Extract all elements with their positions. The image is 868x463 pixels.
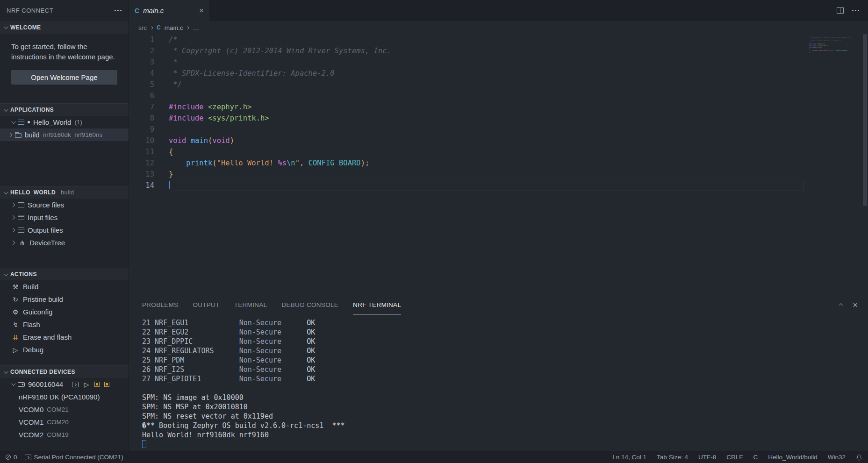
more-actions-icon[interactable] <box>115 10 122 11</box>
scrollbar-thumb[interactable] <box>863 34 867 206</box>
tree-item-source-files[interactable]: Source files <box>0 199 129 211</box>
breadcrumb-src[interactable]: src <box>138 24 147 31</box>
maximize-panel-icon[interactable] <box>839 303 843 308</box>
status-build-config[interactable]: Hello_World/build <box>768 454 818 461</box>
connected-devices-header-label: CONNECTED DEVICES <box>10 369 75 375</box>
breadcrumb-file[interactable]: main.c <box>165 24 183 31</box>
panel-actions: × <box>840 300 858 309</box>
active-dot-icon <box>28 121 30 123</box>
build-config-row[interactable]: build nrf9160dk_nrf9160ns <box>0 128 129 141</box>
device-child-vcom0[interactable]: VCOM0 COM21 <box>0 403 129 416</box>
chevron-right-icon <box>11 241 15 245</box>
action-guiconfig[interactable]: ⚙ Guiconfig <box>0 306 129 318</box>
tab-nrf-terminal[interactable]: NRF TERMINAL <box>353 295 401 314</box>
bell-icon[interactable] <box>856 454 862 461</box>
code-lines: /* * Copyright (c) 2012-2014 Wind River … <box>169 34 803 191</box>
status-platform[interactable]: Win32 <box>828 454 846 461</box>
editor-scrollbar[interactable] <box>862 34 868 295</box>
chevron-right-icon <box>11 203 15 207</box>
welcome-header-label: WELCOME <box>10 24 41 31</box>
application-hello-world[interactable]: Hello_World (1) <box>0 116 129 128</box>
section-actions[interactable]: ACTIONS <box>0 268 129 280</box>
tab-output[interactable]: OUTPUT <box>193 295 219 314</box>
action-debug[interactable]: ▷ Debug <box>0 343 129 356</box>
section-connected-devices[interactable]: CONNECTED DEVICES <box>0 365 129 378</box>
terminal-line: �** Booting Zephyr OS build v2.6.0-rc1-n… <box>142 421 868 430</box>
device-child-vcom1[interactable]: VCOM1 COM20 <box>0 416 129 428</box>
input-files-icon <box>18 215 24 220</box>
more-actions-icon[interactable] <box>852 10 860 11</box>
status-serial-port[interactable]: Serial Port Connected (COM21) <box>25 454 123 461</box>
status-bar: 0 Serial Port Connected (COM21) Ln 14, C… <box>0 451 868 463</box>
code-line <box>169 180 803 191</box>
terminal-line: SPM: NS MSP at 0x20010810 <box>142 402 868 412</box>
main-area: NRF CONNECT WELCOME To get started, foll… <box>0 0 868 451</box>
build-label: build <box>25 131 40 139</box>
code-editor[interactable]: 1234567891011121314 /* * Copyright (c) 2… <box>129 34 868 295</box>
chevron-right-icon <box>186 26 189 29</box>
device-child-board[interactable]: nRF9160 DK (PCA10090) <box>0 391 129 403</box>
nrf-connect-sidebar: NRF CONNECT WELCOME To get started, foll… <box>0 0 129 451</box>
gutter: 1234567891011121314 <box>129 34 165 191</box>
section-welcome[interactable]: WELCOME <box>0 21 129 34</box>
code-line: * <box>169 57 803 68</box>
project-badge: build <box>61 189 74 196</box>
terminal-table-row: 23NRF_DPPICNon-SecureOK <box>142 337 868 346</box>
terminal-output[interactable]: 21NRF_EGU1Non-SecureOK22NRF_EGU2Non-Secu… <box>129 314 868 451</box>
terminal-icon[interactable] <box>72 382 79 387</box>
status-language[interactable]: C <box>753 454 758 461</box>
debug-icon: ▷ <box>11 346 20 354</box>
pristine-build-icon: ↻ <box>11 296 20 303</box>
tree-item-output-files[interactable]: Output files <box>0 224 129 236</box>
section-hello-world[interactable]: HELLO_WORLD build <box>0 186 129 199</box>
text-cursor <box>169 181 170 189</box>
code-line <box>169 90 803 101</box>
status-eol[interactable]: CRLF <box>726 454 743 461</box>
action-erase-and-flash[interactable]: ⇊ Erase and flash <box>0 331 129 343</box>
action-build[interactable]: ⚒ Build <box>0 280 129 293</box>
status-tab-size[interactable]: Tab Size: 4 <box>657 454 688 461</box>
close-panel-icon[interactable]: × <box>853 300 858 309</box>
minimap[interactable]: /* * Copyright (c) 2012-2014 Wind River … <box>809 35 861 295</box>
output-files-icon <box>18 228 24 233</box>
tab-debug-console[interactable]: DEBUG CONSOLE <box>281 295 338 314</box>
line-number: 9 <box>129 124 154 135</box>
terminal-line: Hello World! nrf9160dk_nrf9160 <box>142 430 868 440</box>
devicetree-icon: ⋔ <box>18 239 26 247</box>
action-pristine-build[interactable]: ↻ Pristine build <box>0 293 129 306</box>
close-tab-icon[interactable]: × <box>199 7 204 14</box>
build-icon: ⚒ <box>11 283 20 291</box>
terminal-table-row: 25NRF_PDMNon-SecureOK <box>142 356 868 365</box>
terminal-line: SPM: NS reset vector at 0x119ed <box>142 412 868 421</box>
tree-item-input-files[interactable]: Input files <box>0 211 129 224</box>
tab-terminal[interactable]: TERMINAL <box>234 295 267 314</box>
status-alerts[interactable]: 0 <box>6 454 17 461</box>
action-flash[interactable]: ↯ Flash <box>0 318 129 331</box>
minimap-content: /* * Copyright (c) 2012-2014 Wind River … <box>809 35 861 54</box>
application-count: (1) <box>74 119 82 126</box>
tab-main-c[interactable]: C main.c × <box>129 0 209 21</box>
code-line: */ <box>169 79 803 90</box>
status-cursor-position[interactable]: Ln 14, Col 1 <box>612 454 646 461</box>
tree-item-devicetree[interactable]: ⋔ DeviceTree <box>0 236 129 249</box>
section-applications[interactable]: APPLICATIONS <box>0 103 129 116</box>
sidebar-header: NRF CONNECT <box>0 0 129 21</box>
device-child-vcom2[interactable]: VCOM2 COM19 <box>0 428 129 441</box>
tab-problems[interactable]: PROBLEMS <box>142 295 178 314</box>
status-encoding[interactable]: UTF-8 <box>698 454 716 461</box>
breadcrumb-symbol[interactable]: … <box>193 24 199 31</box>
guiconfig-gear-icon: ⚙ <box>11 308 20 316</box>
chevron-down-icon <box>4 369 8 374</box>
application-name: Hello_World <box>33 118 71 126</box>
erase-and-flash-icon: ⇊ <box>11 334 20 341</box>
status-right-items: Ln 14, Col 1 Tab Size: 4 UTF-8 CRLF C He… <box>612 454 862 461</box>
device-row[interactable]: 960016044 ▷ <box>0 378 129 391</box>
debug-device-icon[interactable]: ▷ <box>83 381 90 388</box>
chip-icon[interactable] <box>94 382 100 387</box>
split-editor-icon[interactable] <box>837 7 844 14</box>
open-welcome-page-button[interactable]: Open Welcome Page <box>11 70 117 85</box>
line-number: 2 <box>129 45 154 57</box>
chip-icon[interactable] <box>104 382 109 387</box>
line-number: 6 <box>129 90 154 101</box>
terminal-table-row: 24NRF_REGULATORSNon-SecureOK <box>142 346 868 356</box>
